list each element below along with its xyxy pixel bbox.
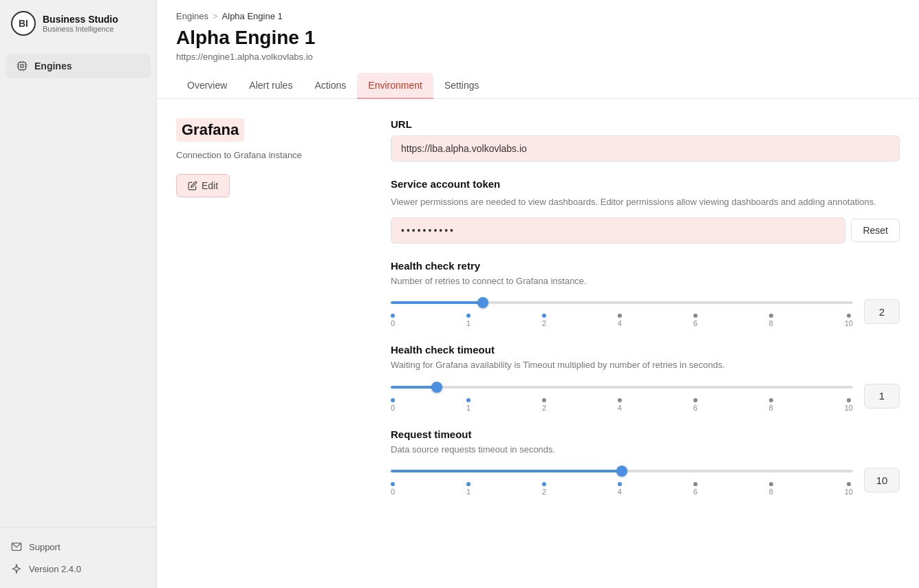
- token-section: Service account token Viewer permissions…: [391, 178, 900, 243]
- token-row: Reset: [391, 217, 900, 243]
- svg-rect-0: [19, 63, 26, 70]
- sparkle-icon: [11, 563, 22, 574]
- tab-overview[interactable]: Overview: [176, 73, 238, 99]
- right-panel: URL Service account token Viewer permiss…: [391, 118, 900, 569]
- request-timeout-row: 0 1 2 4: [391, 464, 900, 496]
- req-tick-2: [542, 482, 546, 486]
- support-icon: [11, 541, 22, 552]
- svg-rect-1: [21, 65, 23, 67]
- req-tick-10: [847, 482, 851, 486]
- req-tick-0: [391, 482, 395, 486]
- retry-value-box: 2: [864, 299, 900, 324]
- tick-dot-10: [847, 314, 851, 318]
- req-timeout-slider-ticks: 0 1 2 4: [391, 482, 853, 496]
- tabs-bar: Overview Alert rules Actions Environment…: [157, 73, 919, 99]
- sidebar-item-version[interactable]: Version 2.4.0: [6, 558, 151, 580]
- health-check-timeout-section: Health check timeout Waiting for Grafana…: [391, 344, 900, 412]
- health-check-retry-row: 0 1 2 4: [391, 296, 900, 327]
- token-input[interactable]: [391, 217, 845, 243]
- request-timeout-section: Request timeout Data source requests tim…: [391, 428, 900, 497]
- timeout-tick-8: [769, 398, 773, 402]
- edit-button[interactable]: Edit: [176, 174, 230, 197]
- health-check-retry-desc: Number of retries to connect to Grafana …: [391, 274, 900, 288]
- tab-actions[interactable]: Actions: [303, 73, 357, 99]
- req-tick-8: [769, 482, 773, 486]
- request-timeout-slider-container: 0 1 2 4: [391, 464, 853, 496]
- tick-dot-4: [618, 314, 622, 318]
- sidebar-item-engines-label: Engines: [34, 61, 72, 72]
- breadcrumb: Engines > Alpha Engine 1: [157, 0, 919, 21]
- breadcrumb-separator: >: [213, 11, 218, 21]
- breadcrumb-current: Alpha Engine 1: [222, 11, 283, 21]
- timeout-slider-thumb[interactable]: [431, 382, 442, 393]
- app-info: Business Studio Business Intelligence: [43, 14, 118, 33]
- sidebar-item-engines[interactable]: Engines: [6, 54, 151, 78]
- timeout-tick-6: [693, 398, 698, 402]
- url-input[interactable]: [391, 135, 900, 162]
- health-check-timeout-desc: Waiting for Grafana availability is Time…: [391, 358, 900, 372]
- reset-button[interactable]: Reset: [851, 219, 900, 242]
- app-subtitle: Business Intelligence: [43, 25, 118, 33]
- req-timeout-slider-thumb[interactable]: [616, 466, 627, 477]
- section-title: Grafana: [176, 118, 244, 142]
- req-tick-6: [693, 482, 698, 486]
- health-check-retry-label: Health check retry: [391, 260, 900, 272]
- page-title: Alpha Engine 1: [176, 27, 900, 49]
- health-check-timeout-row: 0 1 2 4: [391, 380, 900, 412]
- health-check-timeout-slider-container: 0 1 2 4: [391, 380, 853, 412]
- edit-icon: [188, 181, 197, 190]
- request-timeout-label: Request timeout: [391, 428, 900, 440]
- health-check-retry-section: Health check retry Number of retries to …: [391, 260, 900, 328]
- tick-dot-0: [391, 314, 395, 318]
- retry-slider-fill: [391, 301, 483, 304]
- left-panel: Grafana Connection to Grafana instance E…: [176, 118, 369, 569]
- timeout-tick-4: [618, 398, 622, 402]
- edit-button-label: Edit: [202, 180, 218, 191]
- support-label: Support: [29, 542, 61, 552]
- health-check-timeout-label: Health check timeout: [391, 344, 900, 356]
- section-description: Connection to Grafana instance: [176, 150, 369, 160]
- req-timeout-value-box: 10: [864, 468, 900, 492]
- request-timeout-desc: Data source requests timeout in seconds.: [391, 443, 900, 457]
- breadcrumb-engines-link[interactable]: Engines: [176, 11, 208, 21]
- page-header: Alpha Engine 1 https://engine1.alpha.vol…: [157, 21, 919, 73]
- url-field-label: URL: [391, 118, 900, 130]
- tab-environment[interactable]: Environment: [357, 73, 433, 99]
- health-check-retry-slider-container: 0 1 2 4: [391, 296, 853, 327]
- sidebar-item-support[interactable]: Support: [6, 536, 151, 558]
- req-tick-1: [466, 482, 471, 486]
- content-area: Grafana Connection to Grafana instance E…: [157, 99, 919, 588]
- version-label: Version 2.4.0: [29, 564, 81, 574]
- req-tick-4: [618, 482, 622, 486]
- page-url: https://engine1.alpha.volkovlabs.io: [176, 52, 900, 62]
- tick-dot-1: [466, 314, 471, 318]
- main-content: Engines > Alpha Engine 1 Alpha Engine 1 …: [157, 0, 919, 588]
- sidebar-nav: Engines: [0, 47, 156, 527]
- tab-alert-rules[interactable]: Alert rules: [238, 73, 303, 99]
- timeout-tick-0: [391, 398, 395, 402]
- timeout-tick-1: [466, 398, 471, 402]
- sidebar: BI Business Studio Business Intelligence…: [0, 0, 157, 588]
- sidebar-header: BI Business Studio Business Intelligence: [0, 0, 156, 47]
- tick-dot-8: [769, 314, 773, 318]
- token-label: Service account token: [391, 178, 900, 190]
- timeout-tick-2: [542, 398, 546, 402]
- app-logo: BI: [11, 11, 36, 36]
- timeout-tick-10: [847, 398, 851, 402]
- timeout-slider-fill: [391, 386, 437, 389]
- tab-settings[interactable]: Settings: [433, 73, 490, 99]
- cpu-icon: [17, 61, 28, 72]
- retry-slider-ticks: 0 1 2 4: [391, 314, 853, 327]
- tick-dot-2: [542, 314, 546, 318]
- sidebar-bottom: Support Version 2.4.0: [0, 527, 156, 588]
- timeout-slider-ticks: 0 1 2 4: [391, 398, 853, 412]
- retry-slider-thumb[interactable]: [477, 297, 488, 308]
- req-timeout-slider-fill: [391, 470, 622, 472]
- tick-dot-6: [693, 314, 698, 318]
- app-name: Business Studio: [43, 14, 118, 25]
- timeout-value-box: 1: [864, 384, 900, 409]
- token-desc: Viewer permissions are needed to view da…: [391, 195, 900, 209]
